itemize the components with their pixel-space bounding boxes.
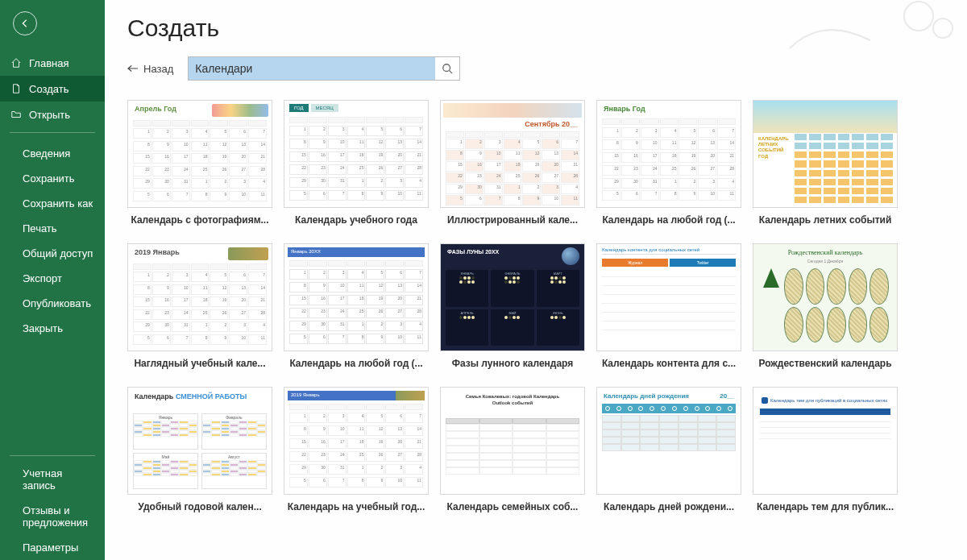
nav-primary: Главная Создать Открыть — [0, 50, 105, 127]
moon-icon — [562, 247, 579, 265]
template-thumb: Календарь СМЕННОЙ РАБОТЫ Январь Февраль … — [127, 387, 272, 495]
main-content: Создать Назад Апрель Год 123456789101112… — [105, 0, 967, 560]
nav-bottom: Учетная запись Отзывы и предложения Пара… — [0, 455, 105, 560]
template-card[interactable]: КАЛЕНДАРЬ ЛЕТНИХ СОБЫТИЙ ГОД Календарь л… — [753, 100, 898, 226]
template-label: Календарь на учебный год... — [284, 501, 429, 512]
template-card[interactable]: Рождественский календарь Сегодня 1 Декаб… — [753, 243, 898, 369]
arrow-left-icon — [127, 64, 139, 73]
svg-point-2 — [443, 64, 450, 72]
nav-feedback[interactable]: Отзывы и предложения — [0, 498, 105, 535]
search-back-link[interactable]: Назад — [127, 63, 173, 75]
template-card[interactable]: ФАЗЫ ЛУНЫ 20XX ЯНВАРЬ ФЕВРАЛЬ МАРТ АПРЕЛ… — [440, 243, 585, 369]
template-thumb: Календарь контента для социальных сетей … — [596, 243, 741, 351]
nav-print[interactable]: Печать — [0, 216, 105, 241]
arrow-left-icon — [19, 18, 31, 29]
nav-new[interactable]: Создать — [0, 76, 105, 102]
nav-home-label: Главная — [29, 57, 68, 69]
template-label: Календарь на любой год (... — [284, 358, 429, 369]
template-thumb: ГОД МЕСЯЦ 123456789101112131415161718192… — [284, 100, 429, 208]
template-thumb: Семья Ковалевых: годовой Календарь Outlo… — [440, 387, 585, 495]
christmas-tree-icon — [763, 268, 779, 288]
template-label: Иллюстрированный кале... — [440, 214, 585, 226]
template-thumb: 2019 Январь 1234567891011121314151617181… — [127, 243, 272, 351]
template-label: Календарь учебного года — [284, 214, 429, 226]
nav-secondary: Сведения Сохранить Сохранить как Печать … — [0, 141, 105, 341]
template-label: Календарь семейных соб... — [440, 501, 585, 512]
nav-publish[interactable]: Опубликовать — [0, 291, 105, 316]
template-card[interactable]: ГОД МЕСЯЦ 123456789101112131415161718192… — [284, 100, 429, 226]
divider — [10, 132, 95, 133]
search-row: Назад — [127, 56, 944, 81]
backstage-sidebar: Главная Создать Открыть Сведения Сохрани… — [0, 0, 105, 560]
template-label: Рождественский календарь — [753, 358, 898, 369]
search-back-label: Назад — [143, 63, 173, 75]
template-thumb: ФАЗЫ ЛУНЫ 20XX ЯНВАРЬ ФЕВРАЛЬ МАРТ АПРЕЛ… — [440, 243, 585, 351]
template-card[interactable]: 2019 Январь 1234567891011121314151617181… — [127, 243, 272, 369]
nav-save-as[interactable]: Сохранить как — [0, 191, 105, 216]
new-file-icon — [10, 82, 23, 95]
page-title: Создать — [127, 15, 944, 42]
nav-save[interactable]: Сохранить — [0, 166, 105, 191]
template-thumb: Апрель Год 12345678910111213141516171819… — [127, 100, 272, 208]
template-label: Удобный годовой кален... — [127, 501, 272, 512]
template-label: Календарь тем для публик... — [753, 501, 898, 512]
template-card[interactable]: Календарь контента для социальных сетей … — [596, 243, 741, 369]
nav-account[interactable]: Учетная запись — [0, 461, 105, 498]
template-card[interactable]: Календарь СМЕННОЙ РАБОТЫ Январь Февраль … — [127, 387, 272, 512]
folder-open-icon — [10, 108, 23, 121]
nav-info[interactable]: Сведения — [0, 141, 105, 166]
template-card[interactable]: Календарь тем для публикаций в социальны… — [753, 387, 898, 512]
template-label: Календарь дней рождени... — [596, 501, 741, 512]
template-card[interactable]: Календарь дней рождения 20__ Календарь д… — [596, 387, 741, 512]
template-label: Наглядный учебный кале... — [127, 358, 272, 369]
search-input[interactable] — [189, 57, 435, 80]
template-thumb: Календарь тем для публикаций в социальны… — [753, 387, 898, 495]
nav-home[interactable]: Главная — [0, 50, 105, 76]
nav-new-label: Создать — [29, 83, 68, 95]
template-grid: Апрель Год 12345678910111213141516171819… — [127, 100, 944, 529]
template-label: Календарь летних событий — [753, 214, 898, 226]
divider — [10, 455, 95, 456]
nav-open-label: Открыть — [29, 109, 70, 121]
search-icon — [442, 63, 453, 74]
template-card[interactable]: Сентябрь 20__ 12345678910111213141516171… — [440, 100, 585, 226]
template-card[interactable]: Январь 20XX 1234567891011121314151617181… — [284, 243, 429, 369]
template-label: Фазы лунного календаря — [440, 358, 585, 369]
search-button[interactable] — [435, 57, 459, 80]
template-thumb: Сентябрь 20__ 12345678910111213141516171… — [440, 100, 585, 208]
template-card[interactable]: Январь Год 12345678910111213141516171819… — [596, 100, 741, 226]
template-thumb: Январь 20XX 1234567891011121314151617181… — [284, 243, 429, 351]
nav-share[interactable]: Общий доступ — [0, 241, 105, 266]
nav-open[interactable]: Открыть — [0, 102, 105, 127]
nav-close[interactable]: Закрыть — [0, 316, 105, 341]
template-thumb: 2019 Январь 1234567891011121314151617181… — [284, 387, 429, 495]
template-card[interactable]: Апрель Год 12345678910111213141516171819… — [127, 100, 272, 226]
back-button[interactable] — [13, 11, 37, 35]
template-thumb: КАЛЕНДАРЬ ЛЕТНИХ СОБЫТИЙ ГОД — [753, 100, 898, 208]
template-label: Календарь контента для с... — [596, 358, 741, 369]
template-label: Календарь с фотографиям... — [127, 214, 272, 226]
nav-export[interactable]: Экспорт — [0, 266, 105, 291]
nav-options[interactable]: Параметры — [0, 535, 105, 560]
home-icon — [10, 56, 23, 69]
template-card[interactable]: Семья Ковалевых: годовой Календарь Outlo… — [440, 387, 585, 512]
template-thumb: Январь Год 12345678910111213141516171819… — [596, 100, 741, 208]
template-card[interactable]: 2019 Январь 1234567891011121314151617181… — [284, 387, 429, 512]
search-box — [188, 56, 460, 81]
template-thumb: Рождественский календарь Сегодня 1 Декаб… — [753, 243, 898, 351]
template-label: Календарь на любой год (... — [596, 214, 741, 226]
template-thumb: Календарь дней рождения 20__ — [596, 387, 741, 495]
